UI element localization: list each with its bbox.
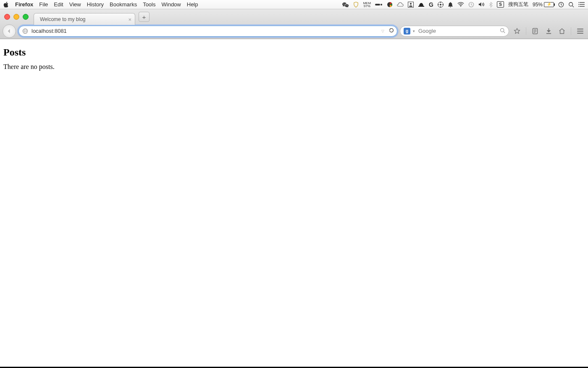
home-button[interactable] bbox=[556, 26, 567, 37]
page-heading: Posts bbox=[3, 47, 585, 58]
g-logo-icon[interactable]: G bbox=[429, 1, 433, 8]
svg-line-15 bbox=[572, 5, 574, 7]
search-bar[interactable]: g ▾ bbox=[400, 26, 509, 37]
browser-toolbar: ▽ g ▾ bbox=[0, 24, 588, 39]
page-body-text: There are no posts. bbox=[3, 63, 585, 71]
window-controls bbox=[4, 14, 29, 20]
browser-tab[interactable]: Welcome to my blog × bbox=[34, 13, 135, 25]
search-input[interactable] bbox=[417, 27, 497, 34]
svg-point-25 bbox=[501, 28, 504, 32]
svg-rect-31 bbox=[546, 33, 551, 34]
page-content: Posts There are no posts. bbox=[0, 39, 588, 77]
notification-center-icon[interactable] bbox=[578, 2, 585, 7]
toolbar-separator bbox=[571, 27, 571, 35]
time-machine-icon[interactable] bbox=[468, 2, 474, 8]
spotlight-search-icon[interactable] bbox=[568, 2, 574, 8]
downloads-button[interactable] bbox=[543, 26, 554, 37]
history-dropdown-icon[interactable]: ▽ bbox=[381, 29, 384, 33]
menu-edit[interactable]: Edit bbox=[54, 1, 63, 8]
menu-help[interactable]: Help bbox=[187, 1, 198, 8]
reader-clipboard-button[interactable] bbox=[530, 26, 541, 37]
svg-point-19 bbox=[578, 2, 579, 3]
tab-strip: Welcome to my blog × + bbox=[0, 9, 588, 24]
toggle-bar-icon[interactable] bbox=[375, 3, 383, 6]
battery-status[interactable]: 95% ⚡ bbox=[533, 2, 554, 8]
memory-monitor[interactable]: MEM 97% bbox=[363, 2, 371, 8]
mac-menubar: Firefox File Edit View History Bookmarks… bbox=[0, 0, 588, 9]
menu-view[interactable]: View bbox=[69, 1, 81, 8]
svg-point-21 bbox=[578, 6, 579, 7]
site-identity-icon[interactable] bbox=[22, 28, 28, 34]
wifi-icon[interactable] bbox=[457, 2, 464, 7]
bell-icon[interactable] bbox=[448, 2, 453, 8]
battery-percent: 95% bbox=[533, 2, 543, 8]
svg-point-11 bbox=[460, 5, 461, 6]
svg-point-6 bbox=[440, 4, 441, 5]
ime-name[interactable]: 搜狗五笔 bbox=[508, 1, 528, 8]
menu-window[interactable]: Window bbox=[162, 1, 181, 8]
svg-rect-1 bbox=[381, 4, 382, 5]
reload-button[interactable] bbox=[388, 27, 394, 35]
tab-title: Welcome to my blog bbox=[40, 16, 86, 22]
menu-file[interactable]: File bbox=[39, 1, 48, 8]
window-close-button[interactable] bbox=[4, 14, 10, 20]
memory-value: 97% bbox=[364, 5, 370, 8]
cloud-icon[interactable] bbox=[397, 2, 404, 7]
bookmark-star-button[interactable] bbox=[512, 26, 522, 37]
menu-button[interactable] bbox=[575, 26, 585, 37]
gear-badge-icon[interactable] bbox=[438, 2, 444, 8]
url-input[interactable] bbox=[31, 27, 381, 34]
hamburger-icon bbox=[577, 29, 583, 34]
color-circle-icon[interactable] bbox=[387, 2, 393, 8]
clock-outline-icon[interactable] bbox=[558, 2, 564, 8]
volume-icon[interactable] bbox=[478, 2, 485, 7]
shield-icon[interactable] bbox=[353, 2, 359, 8]
svg-line-26 bbox=[504, 31, 505, 32]
menu-history[interactable]: History bbox=[87, 1, 104, 8]
window-zoom-button[interactable] bbox=[23, 14, 29, 20]
search-go-icon[interactable] bbox=[500, 27, 505, 35]
svg-point-20 bbox=[578, 4, 579, 5]
search-engine-dropdown-icon[interactable]: ▾ bbox=[413, 29, 415, 33]
tab-close-button[interactable]: × bbox=[128, 16, 131, 22]
boxed-person-icon[interactable] bbox=[408, 2, 414, 8]
wechat-icon[interactable] bbox=[342, 2, 349, 8]
back-button[interactable] bbox=[3, 24, 16, 38]
toolbar-separator bbox=[526, 27, 526, 35]
svg-point-4 bbox=[410, 3, 412, 5]
apple-logo-icon[interactable] bbox=[3, 2, 9, 8]
bluetooth-icon[interactable] bbox=[489, 2, 493, 8]
svg-rect-0 bbox=[375, 4, 380, 5]
new-tab-button[interactable]: + bbox=[139, 12, 150, 22]
menu-bookmarks[interactable]: Bookmarks bbox=[110, 1, 137, 8]
window-minimize-button[interactable] bbox=[13, 14, 19, 20]
ime-indicator-icon[interactable]: S bbox=[497, 1, 504, 8]
svg-point-14 bbox=[569, 2, 573, 6]
battery-icon: ⚡ bbox=[544, 2, 554, 7]
menubar-app-name[interactable]: Firefox bbox=[15, 1, 33, 8]
menu-tools[interactable]: Tools bbox=[143, 1, 155, 8]
search-engine-icon[interactable]: g bbox=[404, 28, 410, 34]
hat-silhouette-icon[interactable] bbox=[418, 2, 425, 7]
address-bar[interactable]: ▽ bbox=[18, 26, 397, 37]
browser-chrome: Welcome to my blog × + ▽ bbox=[0, 9, 588, 39]
